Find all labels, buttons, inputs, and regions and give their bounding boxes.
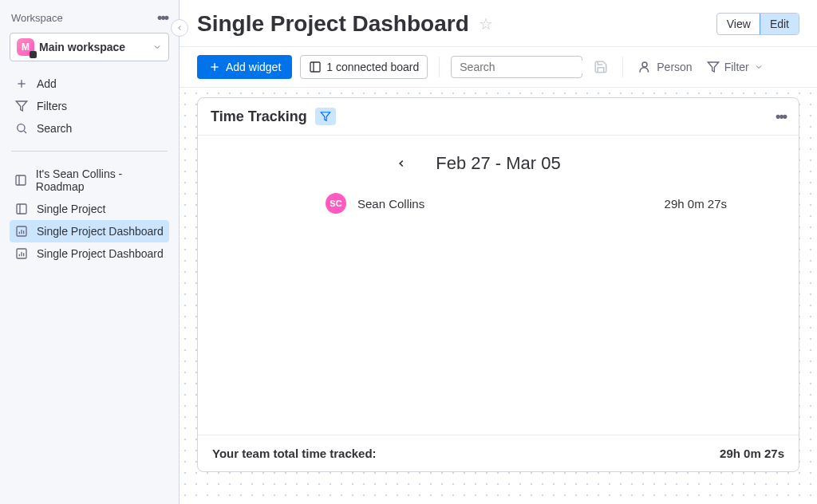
time-tracking-widget: Time Tracking ••• Feb 27 - Mar 05 › SC [197, 97, 799, 472]
plus-icon [14, 77, 29, 90]
widget-footer: Your team total time tracked: 29h 0m 27s [198, 435, 799, 471]
board-item-roadmap[interactable]: It's Sean Collins - Roadmap [10, 163, 169, 198]
sidebar-filters-label: Filters [37, 100, 67, 112]
svg-line-4 [24, 131, 26, 133]
svg-rect-19 [310, 62, 320, 72]
dashboard-icon [14, 247, 29, 260]
date-range: Feb 27 - Mar 05 [436, 153, 561, 174]
board-label: Single Project [37, 203, 105, 215]
filter-label: Filter [724, 61, 749, 73]
plus-icon [208, 61, 221, 73]
svg-marker-24 [708, 62, 718, 72]
widget-title: Time Tracking [211, 108, 307, 125]
board-item-single-project[interactable]: Single Project [10, 198, 169, 220]
svg-rect-7 [17, 204, 26, 214]
view-button[interactable]: View [717, 14, 760, 34]
svg-point-3 [18, 124, 25, 132]
footer-total: 29h 0m 27s [720, 447, 784, 460]
widget-body: Feb 27 - Mar 05 › SC Sean Collins 29h 0m… [198, 136, 799, 435]
widget-header: Time Tracking ••• [198, 98, 799, 136]
board-label: Single Project Dashboard [37, 247, 164, 260]
person-icon [637, 60, 652, 74]
board-item-dashboard-active[interactable]: Single Project Dashboard [10, 220, 169, 242]
main: Single Project Dashboard ☆ View Edit Add… [180, 0, 817, 504]
toolbar-divider [439, 57, 440, 77]
sidebar-add-label: Add [37, 77, 57, 90]
connected-board-button[interactable]: 1 connected board [300, 55, 428, 79]
sidebar: Workspace ••• M Main workspace Add Filte… [0, 0, 180, 504]
workspace-selector[interactable]: M Main workspace [10, 33, 169, 61]
toolbar: Add widget 1 connected board Person Filt… [180, 46, 817, 88]
member-name: Sean Collins [357, 197, 501, 211]
page-title: Single Project Dashboard [197, 11, 469, 37]
connected-board-label: 1 connected board [326, 61, 419, 73]
edit-button[interactable]: Edit [760, 14, 799, 34]
workspace-avatar: M [17, 38, 34, 56]
filter-button[interactable]: Filter [704, 57, 767, 77]
svg-point-23 [642, 62, 647, 67]
sidebar-actions: Add Filters Search [10, 73, 169, 140]
chevron-down-icon [152, 42, 162, 52]
favorite-star-icon[interactable]: ☆ [479, 14, 493, 33]
date-navigation: Feb 27 - Mar 05 › [214, 145, 783, 193]
board-icon [14, 174, 28, 187]
search-icon [14, 122, 29, 135]
widget-filter-chip[interactable] [315, 108, 336, 125]
board-icon [14, 203, 29, 215]
filter-icon [320, 111, 331, 122]
dashboard-canvas[interactable]: Time Tracking ••• Feb 27 - Mar 05 › SC [180, 88, 817, 504]
member-avatar: SC [326, 193, 346, 214]
filter-icon [14, 100, 29, 112]
sidebar-header: Workspace ••• [10, 10, 169, 26]
svg-rect-5 [16, 175, 26, 185]
prev-week-button[interactable] [396, 158, 412, 169]
widget-more-icon[interactable]: ••• [776, 108, 786, 125]
sidebar-add[interactable]: Add [10, 73, 169, 95]
svg-marker-25 [321, 112, 330, 121]
filter-icon [707, 61, 720, 73]
sidebar-search[interactable]: Search [10, 117, 169, 140]
person-filter-button[interactable]: Person [634, 57, 695, 77]
sidebar-filters[interactable]: Filters [10, 95, 169, 117]
sidebar-search-label: Search [37, 122, 72, 135]
svg-marker-2 [16, 101, 26, 111]
member-time: 29h 0m 27s [665, 197, 727, 211]
sidebar-more-icon[interactable]: ••• [157, 10, 168, 26]
board-list: It's Sean Collins - Roadmap Single Proje… [10, 163, 169, 265]
view-edit-toggle: View Edit [716, 13, 799, 35]
board-icon [309, 61, 322, 73]
search-box[interactable] [451, 56, 582, 78]
sidebar-header-label: Workspace [11, 12, 63, 24]
member-row: SC Sean Collins 29h 0m 27s [214, 193, 783, 214]
footer-label: Your team total time tracked: [212, 447, 377, 460]
person-label: Person [657, 61, 692, 73]
board-label: Single Project Dashboard [37, 225, 164, 238]
workspace-name: Main workspace [39, 41, 148, 53]
board-item-dashboard[interactable]: Single Project Dashboard [10, 242, 169, 265]
search-input[interactable] [460, 61, 599, 73]
topbar: Single Project Dashboard ☆ View Edit [180, 0, 817, 46]
board-label: It's Sean Collins - Roadmap [36, 167, 164, 193]
toolbar-divider [622, 57, 623, 77]
save-icon[interactable] [590, 57, 611, 77]
sidebar-collapse-button[interactable] [171, 19, 188, 37]
add-widget-button[interactable]: Add widget [197, 55, 292, 79]
add-widget-label: Add widget [226, 61, 281, 73]
chevron-down-icon [754, 62, 764, 72]
sidebar-divider [11, 151, 168, 152]
dashboard-icon [14, 225, 29, 238]
